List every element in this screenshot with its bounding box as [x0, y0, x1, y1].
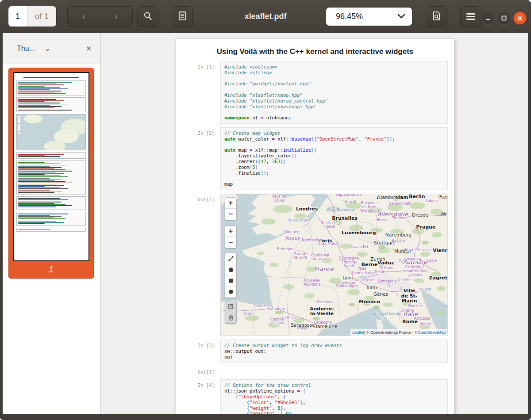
sidebar-close-button[interactable]: ✕: [86, 45, 92, 53]
zoom-select[interactable]: 96.45%: [326, 7, 412, 26]
map-label: Genève: [352, 271, 366, 275]
map-label: Monaco: [359, 299, 380, 305]
toolbar: 1 of 1 ‹ › xleaflet.pdf 96.45%: [0, 0, 531, 33]
search-button[interactable]: [137, 6, 158, 27]
circle-icon: [228, 289, 234, 295]
map-zoom-control-2: + −: [225, 225, 237, 248]
openstreetmap-link[interactable]: OpenStreetMap: [417, 330, 446, 335]
map-label: Lubusz: [426, 199, 438, 203]
map-output-cell: Out[2]:: [176, 194, 454, 336]
draw-rectangle-button[interactable]: [225, 275, 236, 286]
draw-circle-button[interactable]: [225, 286, 236, 298]
draw-toolbar: [225, 253, 237, 298]
thumbnail-title-bar: [23, 77, 79, 78]
cell-prompt: In [4]:: [176, 379, 220, 414]
next-page-button[interactable]: ›: [100, 11, 132, 23]
page-thumbnail-selected[interactable]: 1: [8, 68, 94, 279]
map-label: Thuringe: [392, 217, 408, 220]
map-label: Occitanie: [317, 301, 334, 304]
code-input: // Create map widgetauto water_color = x…: [220, 127, 448, 190]
map-label: Galice: [244, 312, 255, 316]
map-label: Ombrie: [401, 309, 414, 312]
hamburger-menu-icon: [466, 12, 475, 21]
thumbnail-cell: [16, 80, 86, 95]
draw-polyline-button[interactable]: [225, 253, 236, 264]
annotations-pane-button[interactable]: [172, 6, 193, 27]
map-label: Pays de la Loire: [294, 252, 308, 260]
edit-layers-button[interactable]: [225, 301, 236, 312]
thumbnail-page-number: 1: [9, 264, 93, 275]
map-label: Île-de-France: [316, 243, 339, 246]
previous-page-button[interactable]: ‹: [68, 11, 100, 23]
map-labels: LondresAmsterdamBruxellesLuxembourgParis…: [221, 194, 447, 336]
map-label: Rhénanie- du-Nord- Westphalie: [360, 202, 380, 213]
close-button[interactable]: [513, 11, 527, 25]
map-label: Vienn: [433, 248, 448, 253]
map-label: Vaud: [358, 267, 366, 271]
document-viewer[interactable]: Using Voilà with the C++ kernel and inte…: [101, 33, 528, 414]
chevron-down-icon[interactable]: ⌄: [45, 44, 50, 53]
chevron-down-icon: [397, 13, 406, 21]
minimize-button[interactable]: [481, 11, 495, 25]
pdf-page: Using Voilà with the C++ kernel and inte…: [176, 38, 454, 414]
page-total-label: of 1: [27, 6, 56, 27]
map-label: Bruxelles: [332, 216, 358, 221]
draw-polygon-button[interactable]: [225, 264, 236, 275]
map-label: Barcelone: [314, 325, 337, 329]
delete-layers-button[interactable]: [225, 312, 236, 323]
map-label: Luxembourg: [342, 230, 376, 236]
map-label: Aragon: [297, 327, 310, 330]
attribution-text: | © Openstreetmap France | ©: [364, 330, 418, 335]
zoom-in-button[interactable]: +: [225, 198, 236, 209]
map-label: Frioul-Vénétie julienne: [404, 269, 427, 277]
document-magnifier-icon: [431, 11, 441, 23]
maximize-button[interactable]: [497, 11, 511, 25]
map-label: Zurich: [370, 257, 385, 262]
page-nav-group: ‹ ›: [67, 6, 133, 27]
leaflet-link[interactable]: Leaflet: [352, 330, 364, 335]
menu-button[interactable]: [460, 6, 481, 27]
thumbnail-cell: [16, 160, 86, 195]
annotate-document-button[interactable]: [426, 6, 447, 27]
map-label: France: [314, 266, 333, 272]
notepad-icon: [177, 11, 187, 23]
cell-prompt: Out[2]:: [176, 194, 220, 336]
thumbnail-cell: [16, 228, 86, 232]
zoom-in-button[interactable]: +: [225, 226, 236, 237]
search-icon: [143, 11, 153, 23]
square-icon: [228, 278, 234, 284]
code-cell-2: In [2]: // Create map widgetauto water_c…: [176, 127, 454, 190]
map-label: Archipel toscan: [372, 311, 401, 315]
document-title: xleaflet.pdf: [208, 0, 323, 33]
cell-prompt: Out[3]:: [176, 366, 220, 376]
map-label: Tessin: [374, 271, 385, 274]
map-label: Île de Wight: [287, 218, 310, 222]
pdf-viewer-window: 1 of 1 ‹ › xleaflet.pdf 96.45%: [0, 0, 531, 420]
map-label: Zuid-Beveland: [327, 208, 354, 212]
map-attribution: Leaflet | © Openstreetmap France | © Ope…: [350, 329, 447, 336]
map-label: Lombardie: [378, 280, 396, 283]
map-label: Zagreb: [429, 275, 448, 281]
trash-icon: [228, 314, 234, 321]
sidebar-pane-select[interactable]: Thu...: [17, 45, 35, 53]
map-label: Lyon: [342, 276, 353, 281]
map-label: Hva: [441, 303, 448, 307]
cell-prompt: In [2]:: [176, 127, 220, 190]
zoom-out-button[interactable]: −: [225, 237, 236, 248]
page-number-input[interactable]: 1: [8, 6, 27, 27]
code-input: // Options for the draw controlnl::json …: [220, 379, 448, 414]
map-label: Londres: [296, 206, 318, 212]
map-label: Centre-Val de Loire: [311, 253, 329, 261]
zoom-out-button[interactable]: −: [225, 209, 236, 220]
map-label: Valais: [365, 271, 375, 275]
map-label: Berlin: [409, 195, 425, 200]
map-label: Tyrol: [399, 260, 407, 263]
code-cell-3: In [3]: // Create output widget to log d…: [176, 340, 454, 363]
map-label: Corse: [375, 317, 385, 321]
thumbnail-cell: [16, 97, 86, 112]
leaflet-map[interactable]: LondresAmsterdamBruxellesLuxembourgParis…: [220, 194, 448, 336]
map-zoom-control-1: + −: [225, 197, 237, 220]
code-cell-1: In [1]: #include <iostream>#include <str…: [176, 61, 454, 124]
map-label: Hesse: [376, 218, 387, 222]
thumbnail-page-preview: [13, 72, 89, 261]
